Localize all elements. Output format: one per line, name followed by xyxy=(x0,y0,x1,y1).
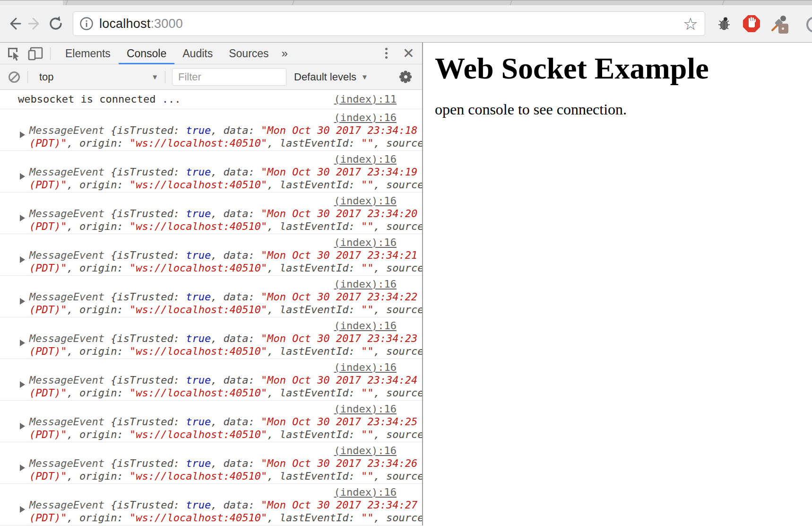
page-title: Web Socket Example xyxy=(435,51,812,86)
console-log: (index):11websocket is connected ... (in… xyxy=(0,90,422,526)
expand-triangle-icon[interactable] xyxy=(20,132,25,138)
expand-triangle-icon[interactable] xyxy=(20,506,25,513)
active-browser-tab[interactable] xyxy=(0,0,63,5)
chevron-down-icon: ▼ xyxy=(361,73,368,81)
console-message-text: websocket is connected ... xyxy=(18,93,181,105)
expand-triangle-icon[interactable] xyxy=(20,298,25,305)
tab-console[interactable]: Console xyxy=(119,43,174,64)
close-devtools-button[interactable]: ✕ xyxy=(403,43,415,64)
extension-icons xyxy=(716,15,787,32)
bug-icon xyxy=(716,15,733,32)
message-preview-line1: MessageEvent {isTrusted: true, data: "Mo… xyxy=(29,290,422,303)
expand-triangle-icon[interactable] xyxy=(20,423,25,430)
eyedropper-extension-icon[interactable] xyxy=(770,15,787,32)
expand-triangle-icon[interactable] xyxy=(20,465,25,471)
source-link[interactable]: (index):16 xyxy=(334,361,397,373)
console-message-entry: (index):16 MessageEvent {isTrusted: true… xyxy=(0,193,422,234)
page-body-text: open console to see connection. xyxy=(435,101,812,118)
context-label: top xyxy=(39,71,54,83)
url-port: :3000 xyxy=(150,17,183,31)
info-circle-icon xyxy=(79,17,94,31)
tab-separator xyxy=(65,0,68,5)
message-preview-line1: MessageEvent {isTrusted: true, data: "Mo… xyxy=(29,166,422,178)
source-link[interactable]: (index):16 xyxy=(334,153,397,165)
console-message-entry: (index):16 MessageEvent {isTrusted: true… xyxy=(0,442,422,484)
message-preview-line1: MessageEvent {isTrusted: true, data: "Mo… xyxy=(29,207,422,220)
tab-separator xyxy=(510,0,512,5)
message-preview-line1: MessageEvent {isTrusted: true, data: "Mo… xyxy=(29,124,422,137)
source-link[interactable]: (index):16 xyxy=(334,403,397,415)
expand-triangle-icon[interactable] xyxy=(20,381,25,388)
message-preview-line2: (PDT)", origin: "ws://localhost:40510", … xyxy=(29,220,422,233)
source-link[interactable]: (index):16 xyxy=(334,112,397,123)
source-link[interactable]: (index):16 xyxy=(334,237,397,248)
source-link[interactable]: (index):16 xyxy=(334,486,397,498)
browser-toolbar: localhost:3000 ☆ xyxy=(0,5,812,43)
console-message-entry: (index):16 MessageEvent {isTrusted: true… xyxy=(0,401,422,442)
chevron-down-icon: ▼ xyxy=(151,73,158,81)
clear-console-button[interactable] xyxy=(8,70,21,84)
source-link[interactable]: (index):16 xyxy=(334,445,397,456)
console-message-entry: (index):16 MessageEvent {isTrusted: true… xyxy=(0,317,422,359)
message-preview-line2: (PDT)", origin: "ws://localhost:40510", … xyxy=(29,303,422,316)
back-button[interactable] xyxy=(4,13,25,34)
expand-triangle-icon[interactable] xyxy=(20,215,25,221)
bug-extension-icon[interactable] xyxy=(716,15,733,32)
address-bar[interactable]: localhost:3000 ☆ xyxy=(73,11,705,36)
source-link[interactable]: (index):16 xyxy=(334,278,397,290)
devtools-panel: Elements Console Audits Sources » ✕ top … xyxy=(0,43,423,526)
source-link[interactable]: (index):16 xyxy=(334,195,397,207)
tab-audits[interactable]: Audits xyxy=(174,43,221,64)
message-preview-line2: (PDT)", origin: "ws://localhost:40510", … xyxy=(29,262,422,274)
main-area: Elements Console Audits Sources » ✕ top … xyxy=(0,43,812,526)
inspect-cursor-icon xyxy=(6,46,21,61)
message-preview-line2: (PDT)", origin: "ws://localhost:40510", … xyxy=(29,428,422,441)
devtools-tab-bar: Elements Console Audits Sources » ✕ xyxy=(0,43,422,64)
execution-context-selector[interactable]: top ▼ xyxy=(35,71,158,83)
message-preview-line1: MessageEvent {isTrusted: true, data: "Mo… xyxy=(29,332,422,345)
message-preview-line1: MessageEvent {isTrusted: true, data: "Mo… xyxy=(29,457,422,470)
browser-tab-strip xyxy=(0,0,812,5)
message-preview-line1: MessageEvent {isTrusted: true, data: "Mo… xyxy=(29,415,422,428)
toggle-device-toolbar-button[interactable] xyxy=(27,45,43,61)
forward-button[interactable] xyxy=(25,13,45,34)
stop-hand-extension-icon[interactable] xyxy=(743,15,760,32)
message-preview-line2: (PDT)", origin: "ws://localhost:40510", … xyxy=(29,345,422,358)
message-preview-line1: MessageEvent {isTrusted: true, data: "Mo… xyxy=(29,499,422,511)
levels-label: Default levels xyxy=(294,71,356,83)
toolbar-separator xyxy=(165,71,165,83)
console-toolbar: top ▼ Default levels ▼ xyxy=(0,64,422,90)
tab-elements[interactable]: Elements xyxy=(57,43,119,64)
filter-input[interactable] xyxy=(172,68,286,86)
message-preview-line2: (PDT)", origin: "ws://localhost:40510", … xyxy=(29,470,422,482)
expand-triangle-icon[interactable] xyxy=(20,173,25,180)
reload-icon xyxy=(47,15,65,33)
console-message-entry: (index):16 MessageEvent {isTrusted: true… xyxy=(0,276,422,317)
message-preview-line2: (PDT)", origin: "ws://localhost:40510", … xyxy=(29,137,422,149)
more-tabs-button[interactable]: » xyxy=(277,47,293,60)
message-preview-line1: MessageEvent {isTrusted: true, data: "Mo… xyxy=(29,249,422,262)
console-message-entry: (index):16 MessageEvent {isTrusted: true… xyxy=(0,359,422,401)
partial-extension-icon[interactable] xyxy=(806,17,812,33)
expand-triangle-icon[interactable] xyxy=(20,256,25,263)
console-settings-button[interactable] xyxy=(399,70,412,84)
tab-separator xyxy=(292,0,294,5)
reload-button[interactable] xyxy=(45,13,66,34)
log-levels-dropdown[interactable]: Default levels ▼ xyxy=(294,71,368,83)
source-link[interactable]: (index):11 xyxy=(334,93,397,105)
tab-sources[interactable]: Sources xyxy=(221,43,276,64)
toolbar-separator xyxy=(27,71,28,83)
devtools-menu-button[interactable] xyxy=(382,48,390,59)
expand-triangle-icon[interactable] xyxy=(20,340,25,346)
message-preview-line1: MessageEvent {isTrusted: true, data: "Mo… xyxy=(29,374,422,386)
bookmark-star-icon[interactable]: ☆ xyxy=(683,14,698,35)
inspect-element-button[interactable] xyxy=(6,45,22,61)
source-link[interactable]: (index):16 xyxy=(334,320,397,332)
page-info-icon[interactable] xyxy=(79,17,94,31)
console-message-entry: (index):16 MessageEvent {isTrusted: true… xyxy=(0,151,422,193)
back-arrow-icon xyxy=(6,15,23,32)
device-toolbar-icon xyxy=(27,46,43,61)
message-preview-line2: (PDT)", origin: "ws://localhost:40510", … xyxy=(29,386,422,399)
console-message: (index):11websocket is connected ... xyxy=(0,90,422,109)
console-message-entry: (index):16 MessageEvent {isTrusted: true… xyxy=(0,484,422,526)
